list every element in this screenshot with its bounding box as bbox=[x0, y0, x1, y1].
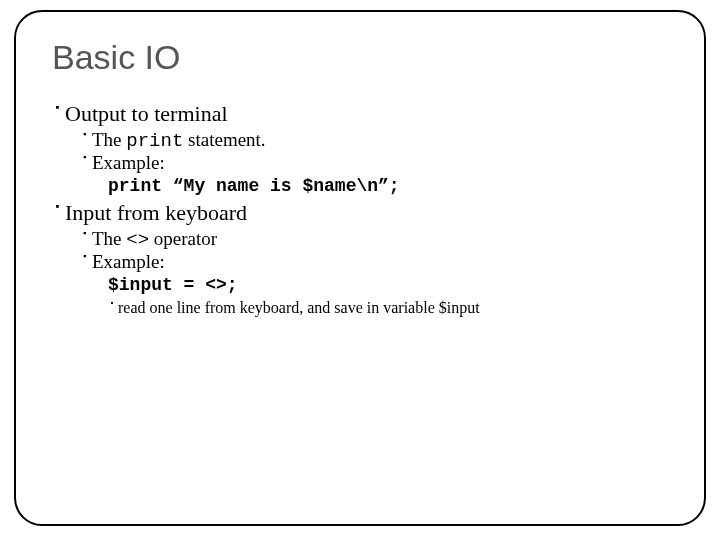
example-label: Example: bbox=[92, 251, 165, 272]
code-inline-diamond: <> bbox=[126, 229, 149, 251]
text-post: operator bbox=[149, 228, 217, 249]
bullet-icon: ་ bbox=[80, 152, 90, 174]
text-pre: The bbox=[92, 228, 126, 249]
bullet-icon: ་ bbox=[52, 200, 63, 226]
code-input: $input = <>; bbox=[108, 275, 668, 295]
note-text: read one line from keyboard, and save in… bbox=[118, 299, 480, 316]
slide-frame: Basic IO ་Output to terminal ་The print … bbox=[14, 10, 706, 526]
bullet-icon: ་ bbox=[52, 101, 63, 127]
bullet-output: ་Output to terminal bbox=[52, 101, 668, 127]
bullet-icon: ་ bbox=[80, 251, 90, 273]
text-post: statement. bbox=[183, 129, 265, 150]
bullet-output-text: Output to terminal bbox=[65, 101, 228, 126]
bullet-input-operator: ་The <> operator bbox=[80, 228, 668, 251]
bullet-icon: ་ bbox=[80, 228, 90, 250]
bullet-input-note: ་read one line from keyboard, and save i… bbox=[108, 299, 668, 317]
slide-title: Basic IO bbox=[52, 38, 668, 77]
bullet-input: ་Input from keyboard bbox=[52, 200, 668, 226]
code-inline-print: print bbox=[126, 130, 183, 152]
bullet-icon: ་ bbox=[108, 299, 116, 317]
bullet-input-text: Input from keyboard bbox=[65, 200, 247, 225]
bullet-icon: ་ bbox=[80, 129, 90, 151]
example-label: Example: bbox=[92, 152, 165, 173]
text-pre: The bbox=[92, 129, 126, 150]
bullet-output-example: ་Example: bbox=[80, 152, 668, 174]
bullet-output-print: ་The print statement. bbox=[80, 129, 668, 152]
code-output: print “My name is $name\n”; bbox=[108, 176, 668, 196]
bullet-input-example: ་Example: bbox=[80, 251, 668, 273]
